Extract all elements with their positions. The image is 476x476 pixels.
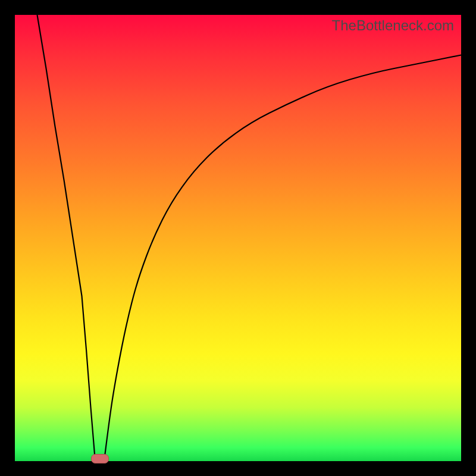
curve-path (37, 15, 462, 461)
plot-area: TheBottleneck.com (15, 15, 461, 461)
watermark-text: TheBottleneck.com (332, 17, 454, 34)
bottleneck-curve (15, 15, 461, 461)
chart-frame: TheBottleneck.com (0, 0, 476, 476)
optimal-marker (91, 454, 109, 464)
